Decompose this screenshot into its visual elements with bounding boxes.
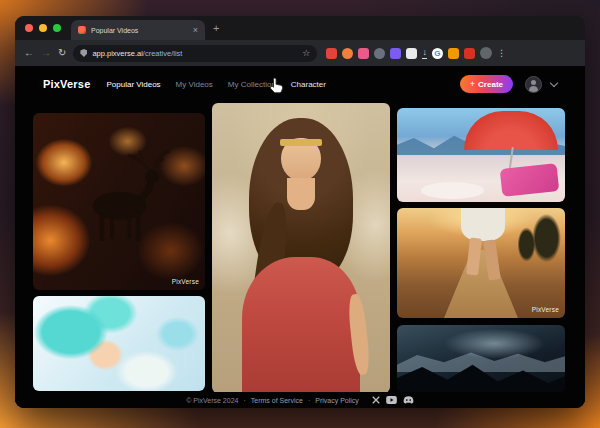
privacy-link[interactable]: Privacy Policy: [315, 397, 359, 404]
forward-button[interactable]: →: [41, 48, 51, 58]
video-card-fire-stag[interactable]: PixVerse: [33, 113, 205, 290]
video-card-beach-umbrella[interactable]: [397, 108, 565, 202]
red-dress: [242, 257, 359, 393]
url-text: app.pixverse.ai/creative/list: [92, 49, 297, 58]
minimize-window-button[interactable]: [39, 24, 47, 32]
address-bar[interactable]: app.pixverse.ai/creative/list ☆: [73, 45, 317, 62]
x-icon[interactable]: [372, 396, 380, 404]
pink-lounger: [500, 163, 560, 197]
desktop: Popular Videos × + ← → ↻ app.pixverse.ai…: [0, 0, 600, 428]
extension-icon[interactable]: [358, 48, 369, 59]
white-table: [421, 182, 485, 199]
extension-icon[interactable]: [326, 48, 337, 59]
watermark: PixVerse: [532, 306, 559, 313]
youtube-icon[interactable]: [386, 396, 397, 404]
discord-icon[interactable]: [403, 396, 414, 404]
video-card-night-mountains[interactable]: [397, 325, 565, 392]
dirt-path: [444, 250, 518, 318]
url-domain: app.pixverse.ai: [92, 49, 142, 58]
nav-popular-videos[interactable]: Popular Videos: [106, 80, 160, 89]
extension-icon[interactable]: [448, 48, 459, 59]
tab-close-icon[interactable]: ×: [193, 26, 198, 35]
walker-torso: [461, 208, 505, 241]
extension-icon[interactable]: [464, 48, 475, 59]
video-card-anime-girl[interactable]: [33, 296, 205, 391]
main-nav: Popular Videos My Videos My Collection C…: [106, 80, 325, 89]
new-tab-button[interactable]: +: [213, 21, 219, 35]
extension-icon[interactable]: [342, 48, 353, 59]
nav-character[interactable]: Character: [291, 80, 326, 89]
site-header: PixVerse Popular Videos My Videos My Col…: [15, 66, 585, 102]
tab-favicon-icon: [78, 26, 86, 34]
gold-headband: [280, 139, 323, 146]
close-window-button[interactable]: [25, 24, 33, 32]
zoom-window-button[interactable]: [53, 24, 61, 32]
separator: ·: [243, 397, 245, 404]
video-card-greek-goddess[interactable]: [212, 103, 390, 393]
extension-icon[interactable]: [390, 48, 401, 59]
browser-tab[interactable]: Popular Videos ×: [71, 20, 205, 40]
copyright-text: © PixVerse 2024: [186, 397, 238, 404]
menu-icon[interactable]: ⋮: [497, 49, 506, 58]
window-controls: [25, 24, 61, 32]
separator: ·: [308, 397, 310, 404]
tab-title: Popular Videos: [91, 27, 188, 34]
video-card-sunset-walk[interactable]: PixVerse: [397, 208, 565, 318]
cypress-tree: [515, 226, 539, 270]
reload-button[interactable]: ↻: [58, 48, 66, 58]
browser-toolbar: ← → ↻ app.pixverse.ai/creative/list ☆ ↓ …: [15, 40, 585, 66]
plus-icon: +: [470, 80, 475, 89]
chevron-down-icon[interactable]: [550, 78, 558, 86]
watermark: PixVerse: [172, 278, 199, 285]
url-path: /creative/list: [143, 49, 183, 58]
google-extension-icon[interactable]: G: [432, 48, 443, 59]
browser-window: Popular Videos × + ← → ↻ app.pixverse.ai…: [15, 16, 585, 408]
red-umbrella: [464, 111, 558, 150]
nav-my-videos[interactable]: My Videos: [176, 80, 213, 89]
pixverse-page: PixVerse Popular Videos My Videos My Col…: [15, 66, 585, 408]
extensions-row: ↓ G ⋮: [326, 47, 506, 59]
tab-strip: Popular Videos × +: [15, 16, 585, 40]
user-avatar[interactable]: [525, 76, 542, 93]
extension-icon[interactable]: [406, 48, 417, 59]
social-links: [372, 396, 414, 404]
site-info-icon[interactable]: [80, 49, 87, 57]
create-label: Create: [478, 80, 503, 89]
site-footer: © PixVerse 2024 · Terms of Service · Pri…: [15, 392, 585, 408]
stag-silhouette: [61, 141, 178, 261]
create-button[interactable]: + Create: [460, 75, 513, 93]
figure-neck: [287, 178, 315, 210]
mouse-cursor-hand-icon: [268, 76, 285, 99]
extension-icon[interactable]: [374, 48, 385, 59]
back-button[interactable]: ←: [24, 48, 34, 58]
terms-link[interactable]: Terms of Service: [251, 397, 303, 404]
bookmark-star-icon[interactable]: ☆: [302, 49, 310, 58]
browser-profile-avatar[interactable]: [480, 47, 492, 59]
pixverse-logo[interactable]: PixVerse: [43, 78, 90, 90]
downloads-icon[interactable]: ↓: [422, 48, 427, 59]
